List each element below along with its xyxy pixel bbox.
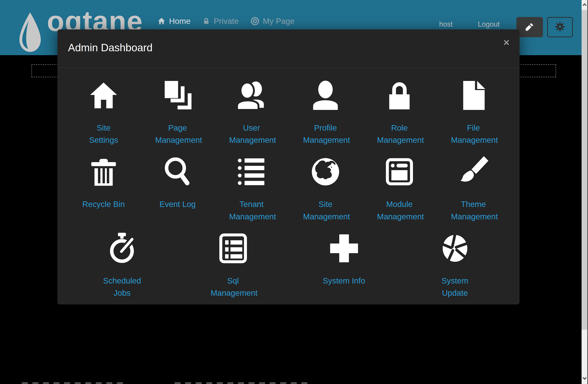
tile-row: Scheduled Jobs Sql Management	[67, 232, 510, 299]
tile-site-management[interactable]: Site Management	[289, 156, 362, 222]
nav-item-private[interactable]: Private	[202, 17, 239, 26]
tile-user-management[interactable]: User Management	[214, 79, 289, 146]
tile-system-info[interactable]: System Info	[289, 232, 399, 299]
logout-link[interactable]: Logout	[478, 20, 500, 28]
paintbrush-icon	[457, 156, 489, 188]
tile-label: Role Management	[377, 122, 422, 146]
tile-recycle-bin[interactable]: Recycle Bin	[67, 156, 141, 222]
table-icon	[217, 232, 249, 264]
scroll-down-button[interactable]	[582, 374, 587, 384]
tile-event-log[interactable]: Event Log	[141, 156, 214, 222]
tile-file-management[interactable]: File Management	[436, 79, 510, 146]
pencil-icon	[525, 22, 535, 33]
tile-label: Scheduled Jobs	[100, 274, 145, 299]
tile-label: Profile Management	[303, 122, 348, 146]
tile-profile-management[interactable]: Profile Management	[289, 79, 362, 146]
chevron-down-icon	[582, 377, 587, 381]
username-link[interactable]: host	[439, 20, 453, 28]
tile-label: Module Management	[377, 198, 422, 222]
scroll-up-button[interactable]	[582, 0, 587, 10]
tile-label: Site Management	[303, 198, 348, 222]
tile-theme-management[interactable]: Theme Management	[436, 156, 510, 222]
tile-label: System Info	[323, 274, 365, 287]
tile-label: Tenant Management	[229, 198, 274, 222]
nav-label: Private	[214, 17, 239, 26]
gear-icon	[555, 21, 565, 33]
lock-icon	[202, 17, 210, 25]
shutter-icon	[439, 232, 471, 264]
tile-label: Sql Management	[211, 274, 255, 299]
trash-icon	[87, 156, 120, 188]
admin-dashboard-modal: Admin Dashboard ✕ Site Settings	[57, 29, 520, 304]
tile-sql-management[interactable]: Sql Management	[178, 232, 289, 299]
tile-label: System Update	[433, 274, 477, 299]
settings-button[interactable]	[547, 17, 573, 37]
nav-item-home[interactable]: Home	[157, 17, 190, 26]
tile-label: File Management	[451, 122, 496, 146]
file-icon	[457, 79, 489, 112]
chevron-up-icon	[582, 3, 587, 7]
home-icon	[157, 17, 166, 25]
modal-header: Admin Dashboard ✕	[57, 29, 520, 68]
plus-icon	[328, 232, 360, 264]
tile-row: Site Settings Page Management	[67, 79, 510, 146]
tile-label: Theme Management	[451, 198, 496, 222]
main-nav: Home Private My Page	[157, 17, 294, 26]
account-links: host Logout	[439, 20, 500, 28]
users-icon	[235, 79, 268, 112]
close-icon[interactable]: ✕	[503, 39, 510, 47]
tile-system-update[interactable]: System Update	[399, 232, 510, 299]
window-icon	[383, 156, 416, 188]
tile-label: Page Management	[155, 122, 200, 146]
edit-mode-button[interactable]	[516, 17, 543, 37]
nav-item-my-page[interactable]: My Page	[251, 17, 294, 26]
tile-label: Site Settings	[81, 122, 126, 146]
padlock-icon	[383, 79, 416, 112]
nav-label: Home	[169, 17, 190, 26]
scrollbar-thumb[interactable]	[582, 10, 587, 330]
magnifier-icon	[162, 156, 194, 188]
vertical-scrollbar[interactable]	[582, 0, 588, 384]
home-icon	[87, 79, 120, 112]
list-icon	[235, 156, 268, 188]
pages-icon	[162, 79, 194, 112]
globe-icon	[309, 156, 341, 188]
tile-label: Recycle Bin	[83, 198, 125, 210]
tile-page-management[interactable]: Page Management	[141, 79, 214, 146]
modal-body: Site Settings Page Management	[57, 68, 520, 299]
stopwatch-icon	[106, 232, 138, 264]
person-icon	[309, 79, 341, 112]
target-icon	[251, 17, 259, 25]
tile-label: User Management	[229, 122, 274, 146]
nav-label: My Page	[263, 17, 294, 26]
tile-tenant-management[interactable]: Tenant Management	[214, 156, 289, 222]
tile-role-management[interactable]: Role Management	[362, 79, 436, 146]
modal-title: Admin Dashboard	[68, 41, 152, 54]
clipped-bottom-content	[175, 382, 308, 384]
tile-label: Event Log	[159, 198, 196, 210]
tile-module-management[interactable]: Module Management	[362, 156, 436, 222]
tile-row: Recycle Bin Event Log	[67, 156, 510, 222]
tile-scheduled-jobs[interactable]: Scheduled Jobs	[67, 232, 178, 299]
clipped-bottom-content	[22, 382, 125, 384]
tile-site-settings[interactable]: Site Settings	[67, 79, 141, 146]
water-drop-icon	[16, 11, 44, 55]
